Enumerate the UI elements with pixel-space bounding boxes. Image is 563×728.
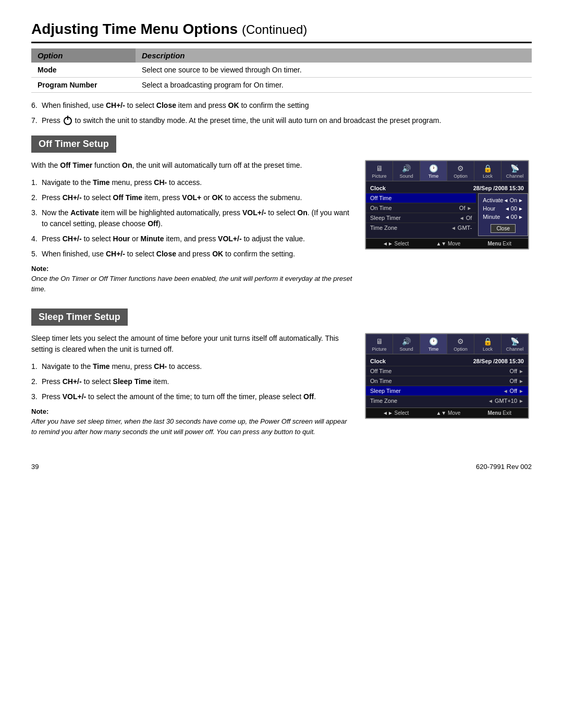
tv-clock-row: Clock28/Sep /2008 15:30 — [366, 356, 528, 366]
tv-menu-row: Time Zone◄GMT- — [366, 223, 476, 232]
option-table-row: Program NumberSelect a broadcasting prog… — [31, 78, 532, 93]
sleep-timer-step-item: 1. Navigate to the Time menu, press CH- … — [31, 361, 352, 372]
tv-icon-lock: 🔒Lock — [474, 161, 501, 181]
tv-icon-time: 🕐Time — [420, 334, 447, 354]
off-timer-step-item: 2. Press CH+/- to select Off Time item, … — [31, 192, 352, 203]
tv-icon-picture: 🖥Picture — [366, 161, 393, 181]
doc-ref: 620-7991 Rev 002 — [476, 463, 532, 471]
page-title: Adjusting Time Menu Options (Continued) — [31, 21, 532, 43]
sleep-timer-step-item: 2. Press CH+/- to select Sleep Time item… — [31, 376, 352, 387]
off-timer-intro: With the Off Timer function On, the unit… — [31, 160, 352, 171]
off-timer-step-item: 5. When finished, use CH+/- to select Cl… — [31, 249, 352, 260]
tv-icon-sound: 🔊Sound — [393, 161, 420, 181]
tv-menu-row: Sleep Timer◄ Off ► — [366, 386, 528, 396]
sleep-timer-header: Sleep Timer Setup — [31, 309, 128, 326]
tv-icon-lock: 🔒Lock — [474, 334, 501, 354]
intro-step-item: 7. Press to switch the unit to standby m… — [31, 115, 532, 126]
off-timer-step-item: 1. Navigate to the Time menu, press CH- … — [31, 177, 352, 188]
sleep-timer-section: Sleep Timer Setup Sleep timer lets you s… — [31, 309, 532, 442]
sleep-timer-menu-col: 🖥Picture🔊Sound🕐Time⚙Option🔒Lock📡ChannelC… — [365, 333, 532, 442]
sleep-timer-intro: Sleep timer lets you select the amount o… — [31, 333, 352, 355]
intro-step-item: 6. When finished, use CH+/- to select Cl… — [31, 100, 532, 111]
tv-icon-channel: 📡Channel — [501, 334, 528, 354]
off-timer-step-item: 3. Now the Activate item will be highlig… — [31, 207, 352, 229]
sleep-timer-step-item: 3. Press VOL+/- to select the amount of … — [31, 391, 352, 402]
page-footer: 39 620-7991 Rev 002 — [31, 463, 532, 471]
sleep-timer-tv-menu: 🖥Picture🔊Sound🕐Time⚙Option🔒Lock📡ChannelC… — [365, 333, 529, 419]
tv-clock-row: Clock28/Sep /2008 15:30 — [366, 183, 528, 193]
tv-icon-picture: 🖥Picture — [366, 334, 393, 354]
option-table-row: ModeSelect one source to be viewed throu… — [31, 63, 532, 78]
tv-menu-row: On TimeOf► — [366, 203, 476, 213]
tv-icon-time: 🕐Time — [420, 161, 447, 181]
intro-steps: 6. When finished, use CH+/- to select Cl… — [31, 100, 532, 126]
off-timer-tv-menu: 🖥Picture🔊Sound🕐Time⚙Option🔒Lock📡ChannelC… — [365, 160, 529, 250]
off-timer-menu-col: 🖥Picture🔊Sound🕐Time⚙Option🔒Lock📡ChannelC… — [365, 160, 532, 299]
col-description-header: Description — [136, 48, 532, 63]
option-description-table: Option Description ModeSelect one source… — [31, 48, 532, 93]
tv-icon-channel: 📡Channel — [501, 161, 528, 181]
sleep-timer-text-col: Sleep timer lets you select the amount o… — [31, 333, 352, 442]
tv-menu-row: On Time Off ► — [366, 376, 528, 386]
tv-menu-footer: ◄► Select▲▼ MoveMenu Exit — [366, 238, 528, 249]
tv-menu-row: Off Time Off ► — [366, 366, 528, 376]
off-timer-step-item: 4. Press CH+/- to select Hour or Minute … — [31, 233, 352, 244]
tv-menu-footer: ◄► Select▲▼ MoveMenu Exit — [366, 408, 528, 418]
tv-menu-row: Time Zone◄ GMT+10 ► — [366, 396, 528, 405]
off-timer-header: Off Timer Setup — [31, 135, 116, 153]
off-timer-note: Note: Once the On Timer or Off Timer fun… — [31, 265, 352, 294]
tv-menu-row: Off Time — [366, 193, 476, 203]
tv-icon-sound: 🔊Sound — [393, 334, 420, 354]
tv-menu-icons-row: 🖥Picture🔊Sound🕐Time⚙Option🔒Lock📡Channel — [366, 161, 528, 181]
sleep-timer-note: Note: After you have set sleep timer, wh… — [31, 408, 352, 437]
tv-icon-option: ⚙Option — [447, 161, 474, 181]
off-timer-text-col: With the Off Timer function On, the unit… — [31, 160, 352, 299]
page-number: 39 — [31, 463, 39, 471]
tv-icon-option: ⚙Option — [447, 334, 474, 354]
tv-submenu-panel: Activate◄On►Hour◄00►Minute◄00►Close — [478, 193, 528, 236]
col-option-header: Option — [31, 48, 136, 63]
off-timer-section: Off Timer Setup With the Off Timer funct… — [31, 135, 532, 299]
tv-menu-row: Sleep Timer◄Of — [366, 213, 476, 223]
tv-menu-icons-row: 🖥Picture🔊Sound🕐Time⚙Option🔒Lock📡Channel — [366, 334, 528, 354]
